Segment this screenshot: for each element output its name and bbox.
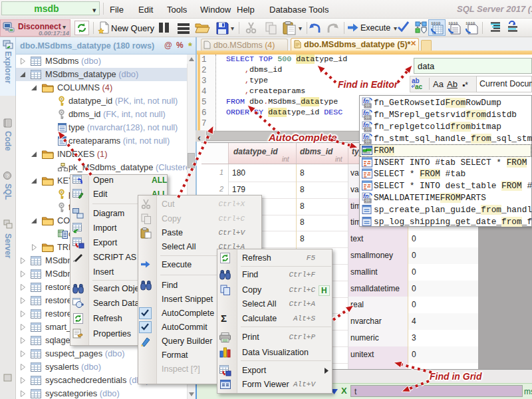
svg-text:010: 010: [365, 200, 371, 203]
svg-text:010: 010: [365, 128, 371, 132]
svg-text:?: ?: [6, 173, 9, 179]
svg-text:010: 010: [365, 116, 371, 120]
svg-text:010: 010: [365, 104, 371, 108]
